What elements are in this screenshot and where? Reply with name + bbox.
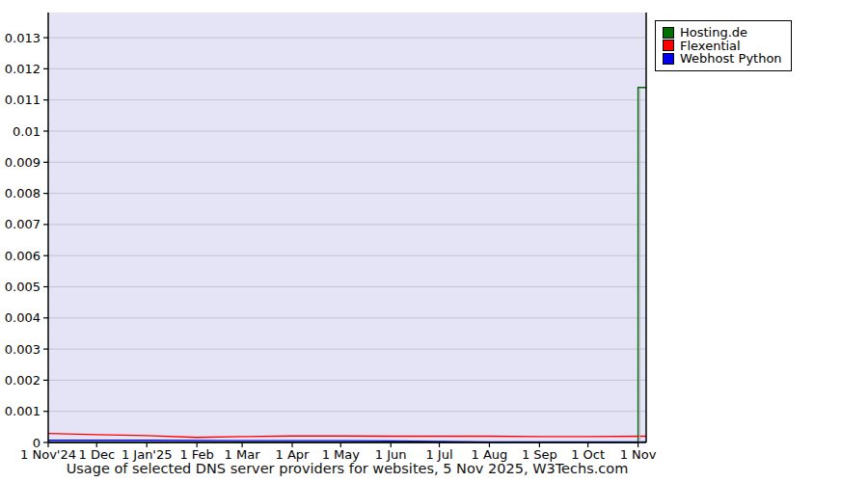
x-tick-label: 1 Nov'24 — [20, 447, 76, 462]
legend-label: Webhost Python — [680, 52, 782, 65]
legend-item: Hosting.de — [663, 26, 782, 40]
x-tick-label: 1 Apr — [276, 447, 311, 462]
x-tick-label: 1 Jun — [375, 447, 407, 462]
chart-canvas: 00.0010.0020.0030.0040.0050.0060.0070.00… — [0, 0, 868, 482]
legend-swatch — [663, 27, 674, 39]
y-tick-label: 0.005 — [5, 280, 41, 294]
legend-label: Flexential — [680, 40, 741, 52]
x-tick-label: 1 Jul — [425, 447, 452, 462]
y-tick-label: 0.006 — [5, 249, 41, 263]
chart-title: Usage of selected DNS server providers f… — [48, 461, 646, 476]
y-tick-label: 0.001 — [5, 404, 41, 418]
legend-swatch — [663, 53, 674, 65]
x-tick-label: 1 Sep — [522, 447, 557, 462]
legend-swatch — [663, 40, 674, 51]
y-tick-label: 0.004 — [5, 310, 41, 325]
legend-label: Hosting.de — [680, 26, 747, 39]
y-tick-label: 0.01 — [13, 124, 41, 139]
dns-usage-line-chart: 00.0010.0020.0030.0040.0050.0060.0070.00… — [0, 0, 868, 482]
legend-item: Webhost Python — [663, 52, 782, 66]
y-tick-label: 0.003 — [5, 342, 41, 357]
y-tick-label: 0.008 — [5, 186, 41, 201]
y-tick-label: 0.007 — [5, 217, 41, 231]
y-tick-label: 0.012 — [5, 62, 41, 76]
plot-area — [48, 13, 646, 442]
y-tick-label: 0.013 — [5, 31, 41, 45]
x-tick-label: 1 Jan'25 — [122, 447, 173, 462]
x-tick-label: 1 Nov — [620, 447, 657, 462]
chart-legend: Hosting.deFlexentialWebhost Python — [655, 20, 792, 71]
x-tick-label: 1 May — [322, 447, 361, 462]
y-tick-label: 0.002 — [5, 373, 41, 388]
y-tick-label: 0.011 — [5, 93, 41, 107]
x-tick-label: 1 Oct — [571, 447, 605, 462]
x-tick-label: 1 Feb — [179, 447, 213, 462]
x-tick-label: 1 Dec — [78, 447, 115, 462]
legend-item: Flexential — [663, 40, 782, 53]
x-tick-label: 1 Mar — [225, 447, 261, 462]
x-tick-label: 1 Aug — [472, 447, 508, 462]
y-tick-label: 0.009 — [5, 155, 41, 170]
